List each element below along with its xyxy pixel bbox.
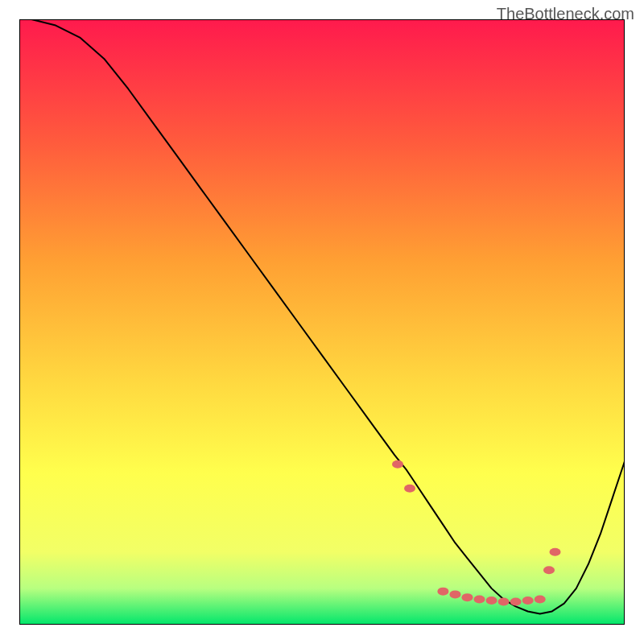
marker-point <box>486 597 497 605</box>
marker-point <box>535 595 546 603</box>
marker-point <box>550 548 561 556</box>
marker-point <box>461 593 473 601</box>
marker-point <box>404 485 415 493</box>
plot-area <box>19 19 625 625</box>
marker-point <box>543 566 555 574</box>
chart-svg <box>19 19 625 625</box>
marker-point <box>522 597 534 605</box>
marker-point <box>474 595 485 603</box>
watermark-text: TheBottleneck.com <box>497 5 634 23</box>
chart-container: TheBottleneck.com <box>0 0 644 644</box>
chart-background <box>19 19 625 625</box>
marker-point <box>510 597 522 605</box>
marker-point <box>392 460 403 469</box>
marker-point <box>449 590 460 598</box>
marker-point <box>437 588 448 596</box>
marker-point <box>498 597 510 605</box>
